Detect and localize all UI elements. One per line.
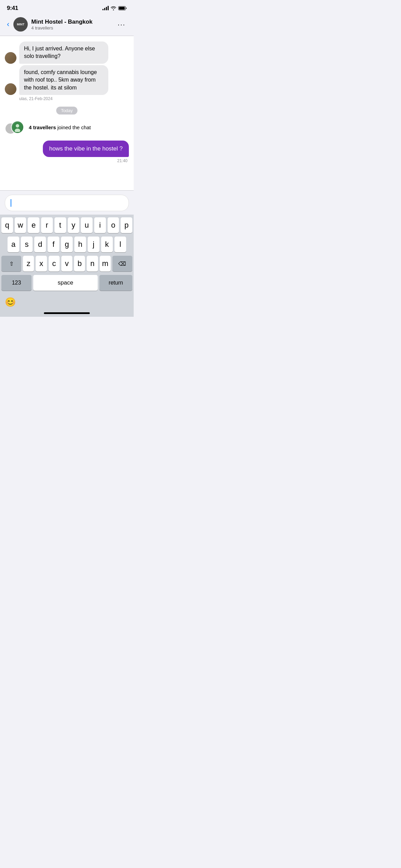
- key-o[interactable]: o: [108, 217, 119, 233]
- key-l[interactable]: l: [114, 237, 126, 252]
- more-button[interactable]: ···: [115, 19, 128, 30]
- emoji-button[interactable]: 😊: [5, 297, 16, 308]
- shift-key[interactable]: ⇧: [1, 256, 21, 272]
- key-d[interactable]: d: [34, 237, 46, 252]
- key-r[interactable]: r: [41, 217, 53, 233]
- keyboard-row-2: a s d f g h j k l: [1, 237, 132, 252]
- numbers-key[interactable]: 123: [1, 275, 32, 291]
- joined-message-row: 4 travellers joined the chat: [5, 120, 129, 135]
- joined-text: 4 travellers joined the chat: [29, 124, 91, 130]
- svg-point-3: [16, 124, 19, 128]
- key-g[interactable]: g: [61, 237, 73, 252]
- status-icons: [102, 6, 127, 10]
- hostel-name: Mint Hostel - Bangkok: [31, 19, 115, 25]
- sent-bubble: hows the vibe in the hostel ?: [43, 141, 129, 157]
- signal-icon: [102, 6, 109, 10]
- sender-avatar-2: [5, 83, 16, 95]
- key-k[interactable]: k: [101, 237, 113, 252]
- key-i[interactable]: i: [94, 217, 106, 233]
- key-f[interactable]: f: [48, 237, 59, 252]
- hostel-avatar: MINT: [13, 17, 28, 32]
- message-row-2: found, comfy cannabis lounge with roof t…: [5, 65, 129, 95]
- key-j[interactable]: j: [88, 237, 99, 252]
- status-time: 9:41: [7, 5, 18, 12]
- backspace-key[interactable]: ⌫: [112, 256, 132, 272]
- sent-timestamp: 21:40: [5, 158, 129, 163]
- keyboard-row-1: q w e r t y u i o p: [1, 217, 132, 233]
- wifi-icon: [111, 6, 116, 10]
- joined-avatars: [5, 120, 25, 135]
- bubble-received-1: Hi, I just arrived. Anyone else solo tra…: [19, 41, 108, 64]
- message-input[interactable]: [5, 195, 129, 211]
- key-m[interactable]: m: [100, 256, 111, 272]
- message-timestamp: ulas, 21-Feb-2024: [19, 96, 129, 101]
- key-b[interactable]: b: [74, 256, 85, 272]
- key-y[interactable]: y: [68, 217, 80, 233]
- return-key[interactable]: return: [99, 275, 132, 291]
- sent-message-row: hows the vibe in the hostel ?: [5, 141, 129, 157]
- travellers-count: 4 travellers: [31, 25, 115, 31]
- nav-header: ‹ MINT Mint Hostel - Bangkok 4 traveller…: [0, 14, 134, 36]
- emoji-row: 😊: [0, 293, 134, 310]
- hostel-info: Mint Hostel - Bangkok 4 travellers: [31, 19, 115, 31]
- key-a[interactable]: a: [8, 237, 19, 252]
- keyboard-row-4: 123 space return: [1, 275, 132, 291]
- key-e[interactable]: e: [28, 217, 39, 233]
- home-indicator: [0, 310, 134, 317]
- space-key[interactable]: space: [33, 275, 98, 291]
- sender-avatar-1: [5, 52, 16, 64]
- key-w[interactable]: w: [15, 217, 26, 233]
- chat-area: Hi, I just arrived. Anyone else solo tra…: [0, 36, 134, 190]
- key-v[interactable]: v: [61, 256, 72, 272]
- bubble-received-2: found, comfy cannabis lounge with roof t…: [19, 65, 108, 95]
- today-divider: Today: [5, 107, 129, 114]
- joined-avatar-front: [11, 121, 24, 134]
- key-q[interactable]: q: [1, 217, 13, 233]
- input-area: [0, 190, 134, 215]
- home-bar: [44, 312, 90, 314]
- back-button[interactable]: ‹: [5, 19, 11, 30]
- keyboard-row-3: ⇧ z x c v b n m ⌫: [1, 256, 132, 272]
- avatar-label: MINT: [17, 23, 24, 26]
- key-p[interactable]: p: [121, 217, 132, 233]
- keyboard: q w e r t y u i o p a s d f g h j k l ⇧ …: [0, 215, 134, 293]
- svg-rect-1: [119, 7, 125, 10]
- key-z[interactable]: z: [23, 256, 34, 272]
- key-s[interactable]: s: [21, 237, 33, 252]
- key-c[interactable]: c: [49, 256, 60, 272]
- status-bar: 9:41: [0, 0, 134, 14]
- joined-action: joined the chat: [57, 124, 91, 130]
- battery-icon: [118, 6, 127, 10]
- key-u[interactable]: u: [81, 217, 93, 233]
- key-x[interactable]: x: [36, 256, 47, 272]
- key-n[interactable]: n: [87, 256, 98, 272]
- key-t[interactable]: t: [54, 217, 66, 233]
- message-row-1: Hi, I just arrived. Anyone else solo tra…: [5, 41, 129, 64]
- key-h[interactable]: h: [74, 237, 86, 252]
- text-cursor: [11, 199, 11, 207]
- today-label: Today: [56, 107, 78, 114]
